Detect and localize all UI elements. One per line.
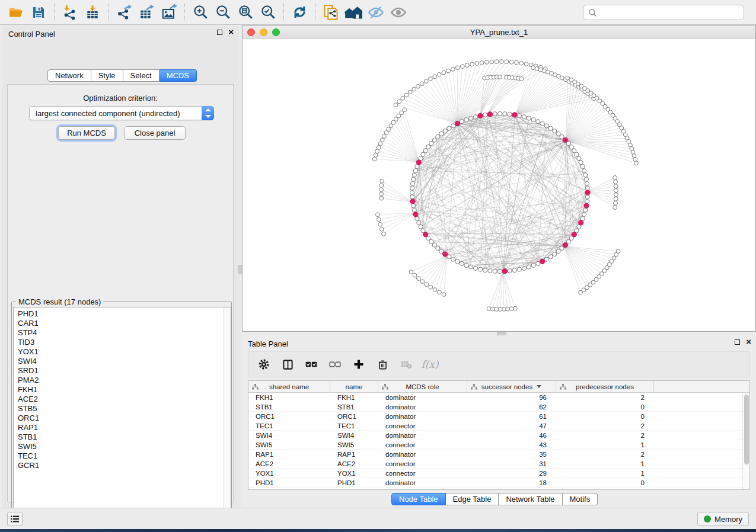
float-panel-button[interactable] (735, 339, 740, 345)
mcds-result-item[interactable]: SWI4 (18, 357, 231, 366)
export-table-icon (139, 5, 154, 20)
mcds-result-item[interactable]: TID3 (18, 338, 231, 347)
tab-select[interactable]: Select (123, 69, 160, 82)
tab-network[interactable]: Network (47, 69, 91, 82)
new-network-from-selection-button[interactable] (320, 2, 342, 23)
select-all-button[interactable] (304, 357, 318, 371)
mcds-result-item[interactable]: TEC1 (18, 451, 231, 461)
scrollbar-thumb[interactable] (744, 395, 749, 464)
cell-shared-name: SWI4 (248, 431, 330, 440)
table-row[interactable]: YOX1YOX1connector291 (248, 469, 749, 478)
mcds-result-item[interactable]: RAP1 (18, 423, 231, 432)
export-network-icon (116, 5, 132, 20)
close-panel-button[interactable]: Close panel (124, 126, 186, 140)
delete-column-button[interactable] (375, 357, 390, 371)
list-scrollbar[interactable] (223, 307, 231, 521)
cell-successor-nodes: 35 (467, 450, 556, 459)
show-hidden-button[interactable] (387, 2, 410, 23)
list-icon (10, 515, 20, 523)
cell-predecessor-nodes: 1 (556, 459, 654, 468)
zoom-fit-button[interactable] (234, 2, 257, 23)
cell-MCDS-role: dominator (378, 478, 467, 487)
network-window-titlebar[interactable]: YPA_prune.txt_1 (243, 26, 755, 39)
criterion-select[interactable]: largest connected component (undirected) (29, 106, 214, 120)
show-all-networks-button[interactable] (342, 2, 365, 23)
tab-edge-table[interactable]: Edge Table (446, 493, 499, 505)
select-stepper-icon (202, 106, 214, 120)
table-row[interactable]: SWI5SWI5connector431 (248, 440, 749, 450)
table-row[interactable]: TEC1TEC1connector472 (248, 421, 749, 431)
mcds-result-list[interactable]: PHD1CAR1STP4TID3YOX1SWI4SRD1PMA2FKH1ACE2… (13, 307, 231, 521)
memory-status-icon (704, 515, 711, 523)
cell-name: ORC1 (330, 412, 378, 421)
column-header-MCDS-role[interactable]: MCDS role (378, 381, 467, 392)
export-image-icon (161, 4, 177, 20)
mcds-result-item[interactable]: ORC1 (18, 414, 231, 423)
import-network-icon (62, 5, 78, 20)
search-box[interactable] (583, 5, 744, 20)
cell-predecessor-nodes: 2 (556, 393, 654, 402)
cell-predecessor-nodes: 1 (556, 469, 654, 477)
table-row[interactable]: FKH1FKH1dominator962 (248, 393, 749, 402)
mcds-result-item[interactable]: STB1 (18, 432, 231, 442)
gear-icon (258, 358, 270, 370)
table-row[interactable]: STB1STB1dominator620 (248, 402, 749, 412)
float-panel-button[interactable] (217, 30, 222, 35)
application-window: Control Panel × Network Style Select MCD… (0, 0, 756, 529)
table-row[interactable]: ACE2ACE2connector311 (248, 459, 749, 469)
status-menu-button[interactable] (7, 512, 23, 526)
mcds-result-item[interactable]: GCR1 (18, 461, 231, 470)
deselect-all-button[interactable] (328, 357, 342, 371)
export-network-button[interactable] (113, 2, 135, 23)
column-header-successor-nodes[interactable]: successor nodes (467, 381, 556, 392)
node-table[interactable]: shared namenameMCDS rolesuccessor nodesp… (248, 380, 750, 490)
close-panel-button[interactable]: × (746, 339, 751, 345)
mcds-result-item[interactable]: FKH1 (18, 385, 231, 395)
save-disk-icon (31, 5, 46, 20)
mcds-result-item[interactable]: PHD1 (18, 309, 231, 319)
mcds-result-item[interactable]: CAR1 (18, 319, 231, 328)
run-mcds-button[interactable]: Run MCDS (58, 126, 115, 140)
cell-name: RAP1 (330, 450, 378, 459)
mcds-result-item[interactable]: STP4 (18, 328, 231, 338)
close-panel-button[interactable]: × (228, 29, 234, 35)
show-columns-button[interactable] (280, 357, 295, 371)
search-input[interactable] (601, 8, 739, 17)
network-canvas[interactable] (243, 39, 755, 331)
import-table-button[interactable] (81, 2, 104, 23)
add-column-button[interactable] (352, 357, 366, 371)
column-type-icon (382, 384, 388, 390)
hide-selected-button[interactable] (365, 2, 387, 23)
import-network-button[interactable] (59, 2, 81, 23)
tab-network-table[interactable]: Network Table (499, 493, 562, 505)
tab-mcds[interactable]: MCDS (160, 69, 197, 82)
mcds-result-item[interactable]: YOX1 (18, 347, 231, 357)
apply-layout-button[interactable] (288, 2, 311, 23)
column-header-shared-name[interactable]: shared name (248, 381, 330, 392)
export-image-button[interactable] (158, 2, 180, 23)
zoom-out-button[interactable] (212, 2, 234, 23)
zoom-selected-button[interactable] (257, 2, 279, 23)
mcds-result-item[interactable]: ACE2 (18, 395, 231, 404)
table-row[interactable]: SWI4SWI4dominator462 (248, 431, 749, 440)
column-header-name[interactable]: name (330, 381, 378, 392)
column-header-predecessor-nodes[interactable]: predecessor nodes (556, 381, 654, 392)
table-settings-button[interactable] (257, 357, 271, 371)
mcds-result-item[interactable]: STB5 (18, 404, 231, 414)
table-row[interactable]: ORC1ORC1dominator610 (248, 412, 749, 421)
mcds-result-item[interactable]: SWI5 (18, 442, 231, 451)
mcds-result-item[interactable]: SRD1 (18, 366, 231, 376)
mcds-result-item[interactable]: PMA2 (18, 376, 231, 385)
zoom-in-button[interactable] (189, 2, 212, 23)
table-scrollbar (742, 393, 749, 489)
save-session-button[interactable] (27, 2, 50, 23)
table-row[interactable]: PHD1PHD1dominator180 (248, 478, 749, 488)
open-file-button[interactable] (5, 2, 27, 23)
table-row[interactable]: RAP1RAP1dominator352 (248, 450, 749, 459)
memory-button[interactable]: Memory (697, 512, 749, 526)
export-table-button[interactable] (135, 2, 158, 23)
tab-motifs[interactable]: Motifs (563, 493, 598, 505)
tab-node-table[interactable]: Node Table (391, 493, 446, 505)
tab-style[interactable]: Style (91, 69, 123, 82)
cell-predecessor-nodes: 2 (556, 421, 654, 430)
